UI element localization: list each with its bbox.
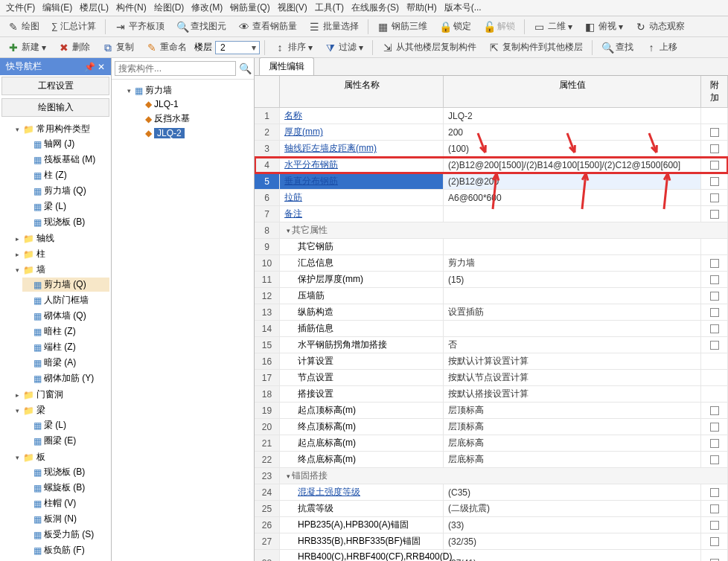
property-value[interactable]: A6@600*600 — [444, 190, 701, 205]
property-row[interactable]: 22终点底标高(m)层底标高 — [255, 452, 728, 468]
tree-node[interactable]: ▾▦剪力墙 — [124, 83, 252, 97]
menu-item[interactable]: 修改(M) — [188, 0, 226, 16]
property-row[interactable]: 7备注 — [255, 206, 728, 222]
menu-item[interactable]: 楼层(L) — [77, 0, 112, 16]
tree-node[interactable]: ▦砌体墙 (Q) — [22, 309, 109, 323]
tree-node[interactable]: ▸📁柱 — [12, 247, 109, 261]
property-row[interactable]: 20终点顶标高(m)层顶标高 — [255, 419, 728, 435]
property-row[interactable]: 4水平分布钢筋(2)B12@200[1500]/(2)B14@100[1500]… — [255, 157, 728, 173]
view-steel[interactable]: 👁查看钢筋量 — [234, 19, 301, 34]
tree-node[interactable]: ◆JLQ-1 — [134, 98, 252, 110]
property-row[interactable]: 13纵筋构造设置插筋 — [255, 304, 728, 321]
extra-checkbox[interactable] — [710, 439, 719, 448]
tree-node[interactable]: ▦剪力墙 (Q) — [22, 278, 109, 292]
copy-from-floor[interactable]: ⇲从其他楼层复制构件 — [377, 39, 481, 55]
property-row[interactable]: 1名称JLQ-2 — [255, 108, 728, 124]
tree-node[interactable]: ◆JLQ-2 — [134, 127, 252, 139]
menu-item[interactable]: 帮助(H) — [403, 0, 440, 16]
menu-item[interactable]: 在线服务(S) — [348, 0, 402, 16]
menu-item[interactable]: 钢筋量(Q) — [227, 0, 272, 16]
property-value[interactable]: JLQ-2 — [444, 108, 701, 124]
property-row[interactable]: 27HRB335(B),HRBF335(BF)锚固(32/35) — [255, 533, 728, 550]
unlock[interactable]: 🔓解锁 — [479, 19, 520, 34]
tree-node[interactable]: ▦筏板基础 (M) — [22, 153, 109, 167]
property-value[interactable]: 设置插筋 — [444, 304, 701, 320]
tree-node[interactable]: ▦圈梁 (E) — [22, 434, 109, 448]
tree-node[interactable]: ▦梁 (L) — [22, 418, 109, 432]
extra-checkbox[interactable] — [710, 455, 719, 464]
lock[interactable]: 🔒锁定 — [435, 19, 476, 34]
extra-checkbox[interactable] — [710, 259, 719, 268]
tree-node[interactable]: ▦暗柱 (Z) — [22, 324, 109, 339]
property-value[interactable]: 层底标高 — [444, 452, 701, 467]
property-value[interactable]: 按默认计算设置计算 — [444, 353, 701, 369]
property-value[interactable]: 按默认节点设置计算 — [444, 370, 701, 385]
view-2d[interactable]: ▭二维▾ — [529, 19, 577, 34]
property-value[interactable]: 200 — [444, 124, 701, 140]
nav-draw-input[interactable]: 绘图输入 — [1, 98, 109, 117]
property-row[interactable]: 14插筋信息 — [255, 321, 728, 337]
property-row[interactable]: 21起点底标高(m)层底标高 — [255, 435, 728, 452]
property-value[interactable] — [444, 288, 701, 304]
tree-node[interactable]: ▾📁梁 — [12, 403, 109, 417]
sum-calc[interactable]: ∑ 汇总计算 — [47, 19, 100, 34]
menu-item[interactable]: 视图(V) — [275, 0, 310, 16]
menu-item[interactable]: 工具(T) — [312, 0, 347, 16]
property-value[interactable]: (32/35) — [444, 533, 701, 549]
extra-checkbox[interactable] — [710, 275, 719, 284]
property-row[interactable]: 9其它钢筋 — [255, 239, 728, 255]
tree-node[interactable]: ▸📁轴线 — [12, 231, 109, 246]
extra-checkbox[interactable] — [710, 537, 719, 546]
property-row[interactable]: 12压墙筋 — [255, 288, 728, 304]
tree-node[interactable]: ▦柱 (Z) — [22, 168, 109, 182]
extra-checkbox[interactable] — [710, 324, 719, 333]
tree-node[interactable]: ▦砌体加筋 (Y) — [22, 371, 109, 385]
find-elem[interactable]: 🔍查找图元 — [172, 19, 231, 34]
property-value[interactable]: (37/41) — [444, 550, 701, 561]
menu-item[interactable]: 编辑(E) — [39, 0, 75, 16]
property-value[interactable]: 层顶标高 — [444, 403, 701, 418]
tree-node[interactable]: ▦人防门框墙 — [22, 293, 109, 307]
extra-checkbox[interactable] — [710, 144, 719, 153]
property-value[interactable]: (2)B12@200[1500]/(2)B14@100[1500]/(2)C12… — [444, 157, 701, 173]
property-value[interactable]: 否 — [444, 337, 701, 353]
pin-icon[interactable]: 📌 ✕ — [84, 62, 105, 72]
tree-node[interactable]: ▦暗梁 (A) — [22, 356, 109, 370]
property-row[interactable]: 18搭接设置按默认搭接设置计算 — [255, 386, 728, 403]
find2[interactable]: 🔍查找 — [597, 39, 638, 55]
menu-item[interactable]: 构件(N) — [113, 0, 150, 16]
property-row[interactable]: 17节点设置按默认节点设置计算 — [255, 370, 728, 386]
tree-node[interactable]: ▦剪力墙 (Q) — [22, 184, 109, 198]
property-value[interactable]: 剪力墙 — [444, 255, 701, 271]
property-row[interactable]: 16计算设置按默认计算设置计算 — [255, 353, 728, 370]
sort-button[interactable]: ↕排序▾ — [269, 39, 317, 55]
extra-checkbox[interactable] — [710, 423, 719, 432]
property-row[interactable]: 24混凝土强度等级(C35) — [255, 484, 728, 501]
tree-node[interactable]: ◆反挡水基 — [134, 112, 252, 126]
extra-checkbox[interactable] — [710, 504, 719, 513]
tree-node[interactable]: ▦板受力筋 (S) — [22, 528, 109, 542]
property-row[interactable]: 23▾ 锚固搭接 — [255, 468, 728, 484]
tree-node[interactable]: ▦轴网 (J) — [22, 137, 109, 151]
extra-checkbox[interactable] — [710, 406, 719, 415]
tree-node[interactable]: ▸📁门窗洞 — [12, 388, 109, 402]
property-row[interactable]: 15水平钢筋拐角增加搭接否 — [255, 337, 728, 353]
tree-node[interactable]: ▦柱帽 (V) — [22, 496, 109, 510]
property-row[interactable]: 6拉筋A6@600*600 — [255, 190, 728, 206]
property-value[interactable]: (100) — [444, 141, 701, 156]
copy-to-floor[interactable]: ⇱复制构件到其他楼层 — [484, 39, 587, 55]
floor-dropdown[interactable]: 2 — [215, 41, 260, 54]
property-value[interactable] — [444, 321, 701, 336]
menu-item[interactable]: 版本号(... — [441, 0, 485, 16]
property-value[interactable]: (15) — [444, 272, 701, 287]
property-value[interactable]: (二级抗震) — [444, 501, 701, 516]
property-value[interactable] — [444, 206, 701, 222]
extra-checkbox[interactable] — [710, 177, 719, 186]
rename-button[interactable]: ✎重命名 — [141, 39, 191, 55]
copy-button[interactable]: ⧉复制 — [98, 39, 138, 55]
tree-node[interactable]: ▦螺旋板 (B) — [22, 481, 109, 495]
property-row[interactable]: 5垂直分布钢筋(2)B12@200 — [255, 173, 728, 190]
property-row[interactable]: 2厚度(mm)200 — [255, 124, 728, 141]
tree-node[interactable]: ▦现浇板 (B) — [22, 215, 109, 229]
draw-tool[interactable]: ✎绘图 — [3, 19, 44, 34]
